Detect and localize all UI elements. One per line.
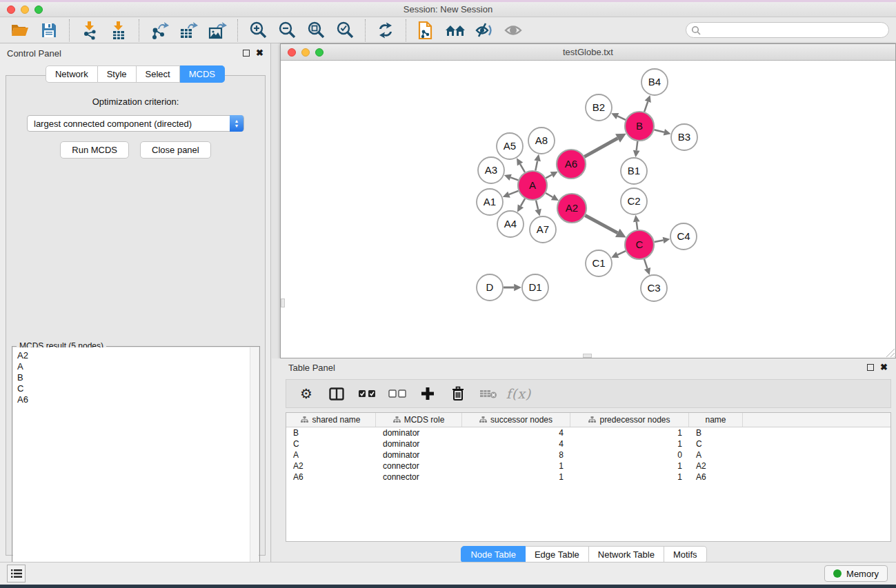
canvas-vertical-scroll-thumb[interactable]	[281, 298, 285, 307]
search-input[interactable]	[686, 22, 889, 38]
zoom-out-button[interactable]	[272, 19, 301, 41]
table-panel-title: Table Panel	[288, 363, 335, 373]
graph-edge[interactable]	[521, 199, 525, 206]
tab-network-table[interactable]: Network Table	[589, 546, 664, 563]
edge-arrowhead-icon	[664, 129, 671, 135]
mcds-result-item[interactable]: A2	[17, 350, 259, 361]
column-header-MCDS-role[interactable]: MCDS role	[376, 413, 462, 427]
close-panel-icon[interactable]: ✖	[256, 50, 263, 57]
tab-style[interactable]: Style	[98, 65, 137, 83]
mcds-result-item[interactable]: A6	[17, 394, 259, 405]
column-header-successor-nodes[interactable]: successor nodes	[462, 413, 570, 427]
mcds-result-item[interactable]: B	[17, 372, 259, 383]
table-close-panel-icon[interactable]: ✖	[880, 364, 888, 371]
criterion-select[interactable]: largest connected component (directed) ▲…	[27, 115, 244, 132]
save-session-button[interactable]	[34, 19, 63, 41]
graph-edge[interactable]	[509, 191, 519, 194]
graph-edge[interactable]	[617, 251, 626, 254]
graph-node-label: A6	[565, 158, 577, 170]
task-history-button[interactable]	[7, 565, 26, 582]
table-cell: 1	[462, 472, 570, 482]
graph-edge[interactable]	[536, 200, 538, 209]
memory-button[interactable]: Memory	[824, 565, 888, 582]
network-canvas[interactable]: AA1A3A5A8A6A2A4A7BB2B4B3B1CC2C4C1C3DD1	[281, 61, 895, 358]
graph-edge[interactable]	[546, 193, 552, 197]
split-view-button[interactable]	[323, 382, 350, 405]
memory-status-dot-icon	[833, 569, 842, 578]
zoom-selected-button[interactable]	[330, 19, 359, 41]
tab-node-table[interactable]: Node Table	[461, 546, 526, 563]
tab-mcds[interactable]: MCDS	[180, 65, 225, 83]
graph-node-label: A8	[535, 134, 548, 146]
column-header-shared-name[interactable]: shared name	[286, 413, 376, 427]
refresh-button[interactable]	[371, 19, 400, 41]
mcds-result-item[interactable]: C	[17, 383, 259, 394]
table-row[interactable]: Cdominator41C	[286, 438, 890, 449]
table-cell: A2	[286, 461, 376, 471]
graph-node-label: C1	[592, 257, 605, 269]
graph-edge[interactable]	[535, 161, 537, 170]
export-image-button[interactable]	[203, 19, 232, 41]
open-folder-icon	[10, 21, 30, 39]
graph-edge[interactable]	[510, 177, 518, 180]
zoom-in-button[interactable]	[243, 19, 272, 41]
table-cell: A2	[689, 461, 743, 471]
table-settings-button[interactable]: ⚙	[293, 382, 319, 405]
table-row[interactable]: A2connector11A2	[286, 460, 890, 472]
open-session-button[interactable]	[6, 19, 34, 41]
graph-edge[interactable]	[585, 215, 617, 232]
float-panel-icon[interactable]	[243, 50, 250, 57]
tab-edge-table[interactable]: Edge Table	[526, 546, 589, 563]
graph-node-label: C	[636, 239, 644, 250]
delete-column-button[interactable]	[445, 382, 471, 405]
graph-edge[interactable]	[644, 259, 648, 269]
tab-select[interactable]: Select	[137, 65, 180, 83]
zoom-fit-button[interactable]	[301, 19, 330, 41]
eye-icon	[504, 22, 523, 39]
export-table-button[interactable]	[174, 19, 203, 41]
graph-node-label: A1	[484, 196, 496, 207]
column-header-name[interactable]: name	[689, 413, 743, 427]
deselect-all-columns-button[interactable]	[384, 382, 410, 405]
new-network-session-button[interactable]	[412, 19, 441, 41]
table-row[interactable]: Bdominator41B	[286, 427, 890, 438]
delete-table-button[interactable]	[475, 382, 501, 405]
import-table-icon	[110, 21, 128, 40]
import-table-button[interactable]	[104, 19, 133, 41]
export-network-button[interactable]	[145, 19, 174, 41]
add-column-button[interactable]	[415, 382, 441, 405]
close-panel-button[interactable]: Close panel	[140, 141, 211, 159]
graph-edge[interactable]	[584, 138, 617, 156]
houses-button[interactable]	[441, 19, 470, 41]
function-builder-button[interactable]: f(x)	[506, 382, 532, 405]
import-network-button[interactable]	[75, 19, 104, 41]
select-all-columns-button[interactable]	[354, 382, 380, 405]
mcds-list-scrollbar[interactable]	[250, 347, 259, 578]
graph-edge[interactable]	[520, 164, 525, 172]
table-float-panel-icon[interactable]	[867, 364, 874, 371]
table-row[interactable]: A6connector11A6	[286, 472, 890, 483]
graph-edge[interactable]	[637, 141, 638, 150]
hide-view-button[interactable]	[470, 19, 499, 41]
table-cell: C	[689, 439, 743, 449]
column-type-icon	[393, 416, 401, 423]
graph-node-label: C2	[627, 195, 640, 207]
graph-node-label: A2	[566, 202, 578, 214]
canvas-horizontal-scroll-thumb[interactable]	[583, 354, 592, 358]
tab-network[interactable]: Network	[46, 65, 98, 83]
tab-motifs[interactable]: Motifs	[664, 546, 707, 563]
table-cell: connector	[376, 461, 462, 471]
column-header-predecessor-nodes[interactable]: predecessor nodes	[570, 413, 689, 427]
mcds-result-item[interactable]: A	[17, 361, 259, 372]
show-view-button[interactable]	[499, 19, 528, 41]
graph-edge[interactable]	[644, 101, 648, 112]
graph-edge[interactable]	[546, 174, 552, 178]
graph-edge[interactable]	[655, 241, 664, 242]
table-row[interactable]: Adominator80A	[286, 449, 890, 460]
graph-edge[interactable]	[654, 130, 664, 132]
graph-edge[interactable]	[617, 116, 626, 119]
run-mcds-button[interactable]: Run MCDS	[60, 141, 129, 159]
graph-edge[interactable]	[637, 222, 637, 230]
search-field-wrap	[686, 22, 889, 38]
network-graph[interactable]: AA1A3A5A8A6A2A4A7BB2B4B3B1CC2C4C1C3DD1	[281, 61, 895, 358]
